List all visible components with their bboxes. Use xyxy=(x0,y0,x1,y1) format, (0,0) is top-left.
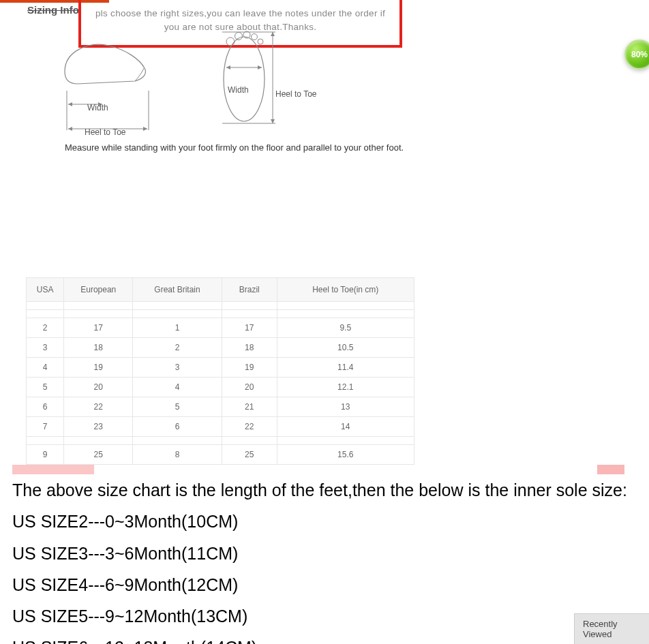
table-cell xyxy=(277,310,414,318)
table-cell: 11.4 xyxy=(277,358,414,378)
table-row: 62252113 xyxy=(27,397,414,417)
table-cell: 9 xyxy=(27,445,64,465)
table-cell: 17 xyxy=(64,318,133,338)
table-cell: 20 xyxy=(64,378,133,397)
table-cell: 7 xyxy=(27,417,64,437)
svg-point-13 xyxy=(258,39,263,44)
table-cell: 18 xyxy=(64,338,133,358)
size-line: US SIZE3---3~6Month(11CM) xyxy=(12,538,637,569)
col-header-heel: Heel to Toe(in cm) xyxy=(277,278,414,302)
table-cell: 3 xyxy=(27,338,64,358)
table-cell xyxy=(133,310,222,318)
table-cell xyxy=(133,302,222,310)
size-line: US SIZE2---0~3Month(10CM) xyxy=(12,506,637,537)
svg-marker-3 xyxy=(68,102,72,106)
table-cell xyxy=(277,437,414,445)
discount-badge[interactable]: 80% xyxy=(624,40,649,70)
table-cell xyxy=(133,437,222,445)
svg-marker-15 xyxy=(226,65,230,70)
table-cell: 8 xyxy=(133,445,222,465)
size-table-container: USA European Great Britain Brazil Heel t… xyxy=(26,277,414,465)
table-cell xyxy=(222,302,277,310)
table-cell xyxy=(27,310,64,318)
table-cell xyxy=(64,310,133,318)
table-cell: 2 xyxy=(27,318,64,338)
svg-marker-16 xyxy=(258,65,262,70)
foot-diagrams: Width Heel to Toe Width Heel to Toe Meas… xyxy=(0,27,649,142)
discount-badge-value: 80% xyxy=(631,50,648,59)
body-intro: The above size chart is the length of th… xyxy=(12,474,637,506)
svg-marker-7 xyxy=(143,127,147,131)
table-cell xyxy=(277,302,414,310)
table-cell: 6 xyxy=(133,417,222,437)
foot-top-illustration xyxy=(218,21,280,134)
table-cell: 20 xyxy=(222,378,277,397)
table-cell: 4 xyxy=(27,358,64,378)
table-cell: 17 xyxy=(222,318,277,338)
table-row: 31821810.5 xyxy=(27,338,414,358)
divider-strip xyxy=(12,465,637,474)
col-header-gb: Great Britain xyxy=(133,278,222,302)
svg-marker-19 xyxy=(271,119,275,123)
table-cell: 1 xyxy=(133,318,222,338)
table-cell: 2 xyxy=(133,338,222,358)
side-width-label: Width xyxy=(87,103,108,112)
table-cell: 3 xyxy=(133,358,222,378)
table-cell: 22 xyxy=(64,397,133,417)
table-row: 92582515.6 xyxy=(27,445,414,465)
table-cell xyxy=(27,302,64,310)
table-cell: 10.5 xyxy=(277,338,414,358)
table-cell: 19 xyxy=(64,358,133,378)
recently-viewed-label: Recently Viewed xyxy=(583,619,618,639)
table-cell xyxy=(222,310,277,318)
recently-viewed-button[interactable]: Recently Viewed xyxy=(574,613,649,644)
svg-point-10 xyxy=(235,33,243,40)
table-header-row: USA European Great Britain Brazil Heel t… xyxy=(27,278,414,302)
col-header-br: Brazil xyxy=(222,278,277,302)
table-cell: 4 xyxy=(133,378,222,397)
table-cell: 13 xyxy=(277,397,414,417)
table-row: 72362214 xyxy=(27,417,414,437)
side-heeltoe-label: Heel to Toe xyxy=(85,127,126,137)
table-cell: 14 xyxy=(277,417,414,437)
col-header-usa: USA xyxy=(27,278,64,302)
table-cell: 18 xyxy=(222,338,277,358)
table-cell: 9.5 xyxy=(277,318,414,338)
table-cell: 25 xyxy=(64,445,133,465)
table-cell xyxy=(64,302,133,310)
svg-point-12 xyxy=(252,34,258,40)
table-cell: 15.6 xyxy=(277,445,414,465)
size-line: US SIZE4---6~9Month(12CM) xyxy=(12,569,637,600)
svg-point-9 xyxy=(226,37,235,46)
table-cell xyxy=(64,437,133,445)
svg-marker-6 xyxy=(68,127,72,131)
table-cell: 12.1 xyxy=(277,378,414,397)
table-cell xyxy=(27,437,64,445)
table-cell: 25 xyxy=(222,445,277,465)
svg-point-8 xyxy=(224,37,265,121)
table-cell: 5 xyxy=(27,378,64,397)
table-cell: 19 xyxy=(222,358,277,378)
svg-marker-18 xyxy=(271,32,275,36)
size-table: USA European Great Britain Brazil Heel t… xyxy=(26,277,414,465)
body-text-block: The above size chart is the length of th… xyxy=(12,474,637,644)
table-cell: 6 xyxy=(27,397,64,417)
top-heeltoe-label: Heel to Toe xyxy=(275,89,317,99)
measure-instruction: Measure while standing with your foot fi… xyxy=(65,142,404,153)
table-row xyxy=(27,310,414,318)
table-row: 52042012.1 xyxy=(27,378,414,397)
table-row xyxy=(27,302,414,310)
size-line: US SIZE5---9~12Month(13CM) xyxy=(12,600,637,632)
table-cell: 5 xyxy=(133,397,222,417)
table-row: 41931911.4 xyxy=(27,358,414,378)
foot-side-illustration xyxy=(61,31,150,92)
table-cell: 23 xyxy=(64,417,133,437)
table-cell: 22 xyxy=(222,417,277,437)
top-width-label: Width xyxy=(228,85,249,95)
size-line: US SIZE6---12~18Month(14CM) xyxy=(12,632,637,644)
table-row xyxy=(27,437,414,445)
table-row: 2171179.5 xyxy=(27,318,414,338)
table-cell: 21 xyxy=(222,397,277,417)
table-cell xyxy=(222,437,277,445)
col-header-eur: European xyxy=(64,278,133,302)
